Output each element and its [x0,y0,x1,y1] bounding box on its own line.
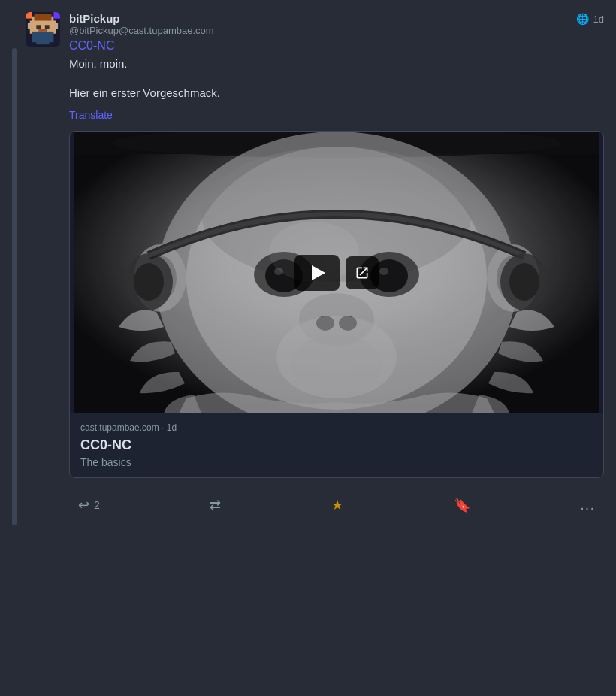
post-text-line2: Hier ein erster Vorgeschmack. [69,85,604,102]
globe-icon: 🌐 [576,13,589,25]
svg-rect-5 [36,25,41,29]
star-button[interactable]: ★ [322,492,352,518]
svg-rect-3 [35,14,52,21]
reply-count: 2 [94,499,100,511]
link-title: CC0-NC [80,437,593,453]
reply-icon: ↩ [78,497,89,513]
svg-rect-10 [26,12,32,19]
avatar-column [26,12,60,525]
action-bar: ↩ 2 ⇄ ★ 🔖 ... [69,484,604,525]
svg-rect-8 [28,23,32,29]
link-source: cast.tupambae.com · 1d [80,422,593,433]
boost-button[interactable]: ⇄ [201,492,230,518]
display-name: bitPickup [69,12,214,25]
user-info: bitPickup @bitPickup@cast.tupambae.com [69,12,214,36]
link-description: The basics [80,456,593,468]
video-thumbnail [70,132,603,413]
post-container: bitPickup @bitPickup@cast.tupambae.com 🌐… [0,0,616,525]
svg-rect-7 [38,29,47,32]
svg-point-27 [509,263,539,301]
svg-rect-9 [53,23,58,29]
svg-point-25 [134,263,164,301]
post-body: CC0-NC Moin, moin. Hier ein erster Vorge… [69,39,604,122]
post-content: bitPickup @bitPickup@cast.tupambae.com 🌐… [69,12,604,525]
play-controls [294,255,379,291]
media-card: cast.tupambae.com · 1d CC0-NC The basics [69,131,604,478]
svg-rect-6 [45,25,50,29]
post-header: bitPickup @bitPickup@cast.tupambae.com 🌐… [69,12,604,36]
post-text-line1: Moin, moin. [69,56,604,73]
play-icon [312,265,325,280]
reply-button[interactable]: ↩ 2 [69,492,109,518]
avatar[interactable] [26,12,60,47]
external-link-button[interactable] [346,256,379,289]
user-handle: @bitPickup@cast.tupambae.com [69,25,214,36]
timestamp: 1d [593,14,604,25]
thread-line [12,48,17,525]
timestamp-area: 🌐 1d [576,13,604,25]
more-icon: ... [580,496,595,513]
more-button[interactable]: ... [571,492,604,518]
translate-link[interactable]: Translate [69,109,113,121]
svg-point-38 [291,334,382,395]
svg-rect-11 [53,12,60,19]
bookmark-button[interactable]: 🔖 [445,492,479,518]
external-link-icon [355,265,370,280]
svg-point-33 [379,268,388,275]
boost-icon: ⇄ [210,497,221,513]
svg-rect-13 [36,40,49,44]
bookmark-icon: 🔖 [454,497,470,513]
star-icon: ★ [331,497,343,513]
play-button[interactable] [294,255,340,291]
link-preview: cast.tupambae.com · 1d CC0-NC The basics [70,413,603,477]
mention-link[interactable]: CC0-NC [69,39,114,52]
